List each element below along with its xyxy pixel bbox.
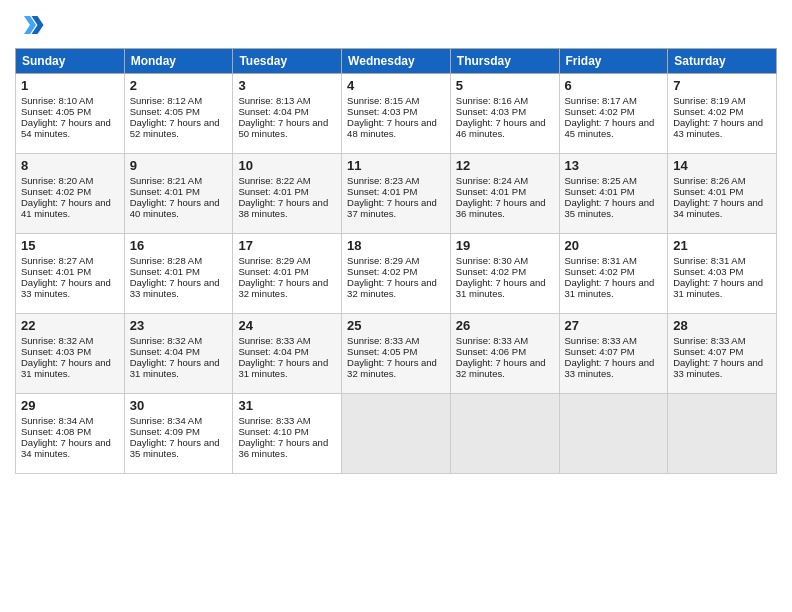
daylight-text: Daylight: 7 hours and 50 minutes. — [238, 117, 328, 139]
sunrise-text: Sunrise: 8:10 AM — [21, 95, 93, 106]
daylight-text: Daylight: 7 hours and 45 minutes. — [565, 117, 655, 139]
day-number: 23 — [130, 318, 228, 333]
daylight-text: Daylight: 7 hours and 34 minutes. — [21, 437, 111, 459]
sunrise-text: Sunrise: 8:32 AM — [21, 335, 93, 346]
sunset-text: Sunset: 4:05 PM — [347, 346, 417, 357]
day-number: 19 — [456, 238, 554, 253]
daylight-text: Daylight: 7 hours and 31 minutes. — [238, 357, 328, 379]
sunrise-text: Sunrise: 8:33 AM — [673, 335, 745, 346]
logo — [15, 10, 49, 40]
calendar-cell — [668, 394, 777, 474]
calendar-header-monday: Monday — [124, 49, 233, 74]
day-number: 14 — [673, 158, 771, 173]
sunrise-text: Sunrise: 8:20 AM — [21, 175, 93, 186]
day-number: 20 — [565, 238, 663, 253]
sunrise-text: Sunrise: 8:17 AM — [565, 95, 637, 106]
sunrise-text: Sunrise: 8:33 AM — [238, 335, 310, 346]
calendar-cell: 21 Sunrise: 8:31 AM Sunset: 4:03 PM Dayl… — [668, 234, 777, 314]
day-number: 4 — [347, 78, 445, 93]
calendar-cell: 29 Sunrise: 8:34 AM Sunset: 4:08 PM Dayl… — [16, 394, 125, 474]
day-number: 25 — [347, 318, 445, 333]
calendar-cell: 6 Sunrise: 8:17 AM Sunset: 4:02 PM Dayli… — [559, 74, 668, 154]
day-number: 5 — [456, 78, 554, 93]
calendar-cell: 16 Sunrise: 8:28 AM Sunset: 4:01 PM Dayl… — [124, 234, 233, 314]
sunset-text: Sunset: 4:03 PM — [21, 346, 91, 357]
daylight-text: Daylight: 7 hours and 54 minutes. — [21, 117, 111, 139]
calendar-cell: 20 Sunrise: 8:31 AM Sunset: 4:02 PM Dayl… — [559, 234, 668, 314]
day-number: 16 — [130, 238, 228, 253]
sunset-text: Sunset: 4:01 PM — [21, 266, 91, 277]
calendar-cell: 25 Sunrise: 8:33 AM Sunset: 4:05 PM Dayl… — [342, 314, 451, 394]
daylight-text: Daylight: 7 hours and 41 minutes. — [21, 197, 111, 219]
day-number: 29 — [21, 398, 119, 413]
calendar-cell: 27 Sunrise: 8:33 AM Sunset: 4:07 PM Dayl… — [559, 314, 668, 394]
day-number: 28 — [673, 318, 771, 333]
sunset-text: Sunset: 4:02 PM — [673, 106, 743, 117]
day-number: 17 — [238, 238, 336, 253]
calendar-cell: 22 Sunrise: 8:32 AM Sunset: 4:03 PM Dayl… — [16, 314, 125, 394]
sunrise-text: Sunrise: 8:24 AM — [456, 175, 528, 186]
sunrise-text: Sunrise: 8:34 AM — [130, 415, 202, 426]
sunrise-text: Sunrise: 8:32 AM — [130, 335, 202, 346]
sunset-text: Sunset: 4:01 PM — [673, 186, 743, 197]
day-number: 9 — [130, 158, 228, 173]
calendar-cell: 13 Sunrise: 8:25 AM Sunset: 4:01 PM Dayl… — [559, 154, 668, 234]
calendar-cell — [450, 394, 559, 474]
day-number: 27 — [565, 318, 663, 333]
daylight-text: Daylight: 7 hours and 31 minutes. — [21, 357, 111, 379]
daylight-text: Daylight: 7 hours and 33 minutes. — [21, 277, 111, 299]
day-number: 22 — [21, 318, 119, 333]
calendar-cell: 23 Sunrise: 8:32 AM Sunset: 4:04 PM Dayl… — [124, 314, 233, 394]
day-number: 30 — [130, 398, 228, 413]
day-number: 26 — [456, 318, 554, 333]
sunset-text: Sunset: 4:08 PM — [21, 426, 91, 437]
daylight-text: Daylight: 7 hours and 33 minutes. — [673, 357, 763, 379]
day-number: 8 — [21, 158, 119, 173]
daylight-text: Daylight: 7 hours and 46 minutes. — [456, 117, 546, 139]
day-number: 3 — [238, 78, 336, 93]
sunrise-text: Sunrise: 8:26 AM — [673, 175, 745, 186]
sunrise-text: Sunrise: 8:31 AM — [565, 255, 637, 266]
sunrise-text: Sunrise: 8:33 AM — [565, 335, 637, 346]
calendar-cell: 18 Sunrise: 8:29 AM Sunset: 4:02 PM Dayl… — [342, 234, 451, 314]
sunset-text: Sunset: 4:10 PM — [238, 426, 308, 437]
sunset-text: Sunset: 4:03 PM — [347, 106, 417, 117]
sunset-text: Sunset: 4:06 PM — [456, 346, 526, 357]
sunset-text: Sunset: 4:09 PM — [130, 426, 200, 437]
calendar-cell: 31 Sunrise: 8:33 AM Sunset: 4:10 PM Dayl… — [233, 394, 342, 474]
day-number: 15 — [21, 238, 119, 253]
calendar-table: SundayMondayTuesdayWednesdayThursdayFrid… — [15, 48, 777, 474]
sunset-text: Sunset: 4:01 PM — [565, 186, 635, 197]
sunrise-text: Sunrise: 8:33 AM — [347, 335, 419, 346]
calendar-week-row: 8 Sunrise: 8:20 AM Sunset: 4:02 PM Dayli… — [16, 154, 777, 234]
calendar-week-row: 15 Sunrise: 8:27 AM Sunset: 4:01 PM Dayl… — [16, 234, 777, 314]
calendar-header-row: SundayMondayTuesdayWednesdayThursdayFrid… — [16, 49, 777, 74]
sunrise-text: Sunrise: 8:23 AM — [347, 175, 419, 186]
day-number: 13 — [565, 158, 663, 173]
calendar-header-tuesday: Tuesday — [233, 49, 342, 74]
calendar-cell: 12 Sunrise: 8:24 AM Sunset: 4:01 PM Dayl… — [450, 154, 559, 234]
daylight-text: Daylight: 7 hours and 32 minutes. — [238, 277, 328, 299]
daylight-text: Daylight: 7 hours and 32 minutes. — [456, 357, 546, 379]
sunset-text: Sunset: 4:01 PM — [456, 186, 526, 197]
sunrise-text: Sunrise: 8:33 AM — [238, 415, 310, 426]
sunset-text: Sunset: 4:02 PM — [565, 266, 635, 277]
sunset-text: Sunset: 4:07 PM — [565, 346, 635, 357]
sunset-text: Sunset: 4:01 PM — [238, 266, 308, 277]
calendar-cell: 19 Sunrise: 8:30 AM Sunset: 4:02 PM Dayl… — [450, 234, 559, 314]
sunset-text: Sunset: 4:01 PM — [130, 266, 200, 277]
sunrise-text: Sunrise: 8:29 AM — [238, 255, 310, 266]
sunset-text: Sunset: 4:05 PM — [21, 106, 91, 117]
calendar-cell: 17 Sunrise: 8:29 AM Sunset: 4:01 PM Dayl… — [233, 234, 342, 314]
header — [15, 10, 777, 40]
sunrise-text: Sunrise: 8:21 AM — [130, 175, 202, 186]
daylight-text: Daylight: 7 hours and 31 minutes. — [456, 277, 546, 299]
calendar-week-row: 22 Sunrise: 8:32 AM Sunset: 4:03 PM Dayl… — [16, 314, 777, 394]
daylight-text: Daylight: 7 hours and 32 minutes. — [347, 357, 437, 379]
calendar-header-wednesday: Wednesday — [342, 49, 451, 74]
daylight-text: Daylight: 7 hours and 33 minutes. — [130, 277, 220, 299]
daylight-text: Daylight: 7 hours and 31 minutes. — [673, 277, 763, 299]
page: SundayMondayTuesdayWednesdayThursdayFrid… — [0, 0, 792, 484]
calendar-cell: 3 Sunrise: 8:13 AM Sunset: 4:04 PM Dayli… — [233, 74, 342, 154]
calendar-cell: 15 Sunrise: 8:27 AM Sunset: 4:01 PM Dayl… — [16, 234, 125, 314]
